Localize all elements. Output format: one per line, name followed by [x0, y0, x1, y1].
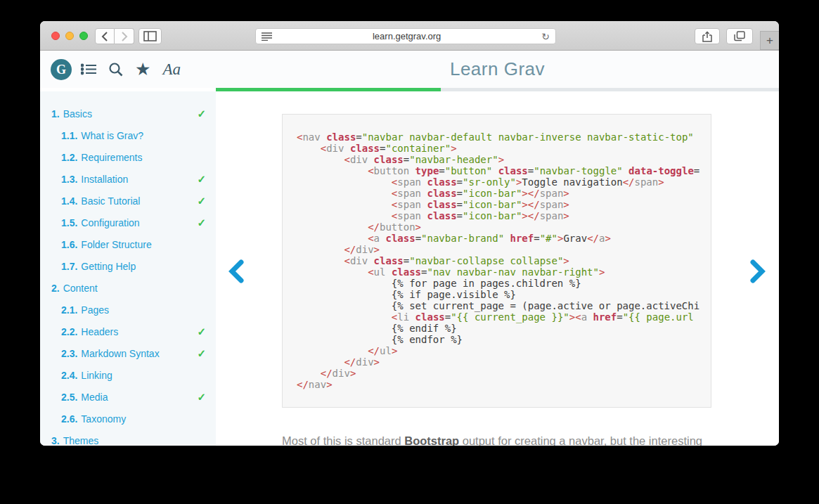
sidebar-item-number: 3. [51, 435, 60, 446]
sidebar-item-label: Themes [63, 435, 99, 446]
sidebar-item[interactable]: 2.1.Pages [40, 299, 216, 321]
sidebar-item[interactable]: 1.Basics✓ [40, 103, 216, 124]
sidebar-item[interactable]: 2.3.Markdown Syntax✓ [40, 342, 216, 364]
code-line: <a class="navbar-brand" href="#">Grav</a… [297, 233, 697, 244]
forward-button[interactable] [115, 28, 134, 44]
code-line: </div> [297, 368, 697, 379]
page-title: Learn Grav [216, 51, 779, 88]
sidebar-item-label: Content [63, 283, 98, 294]
sidebar-item-label: Media [81, 392, 108, 403]
history-nav-buttons [95, 28, 134, 44]
sidebar-nav-list: 1.Basics✓1.1.What is Grav?1.2.Requiremen… [40, 103, 216, 446]
sidebar-item[interactable]: 1.3.Installation✓ [40, 168, 216, 190]
font-settings-button[interactable]: Aa [162, 60, 181, 79]
code-line: <span class="icon-bar"></span> [297, 210, 697, 221]
code-line: <span class="sr-only">Toggle navigation<… [297, 176, 697, 188]
next-page-button[interactable] [748, 259, 768, 284]
site-header: G ★ Aa Learn Grav [40, 51, 779, 88]
code-line: <li class="{{ current_page }}"><a href="… [297, 311, 697, 323]
check-icon: ✓ [197, 195, 206, 207]
previous-page-button[interactable] [226, 259, 245, 284]
sidebar-item-label: Requirements [81, 152, 142, 163]
sidebar-item[interactable]: 1.7.Getting Help [40, 255, 216, 277]
url-bar[interactable]: learn.getgrav.org ↻ [255, 28, 556, 44]
code-line: {% set current_page = (page.active or pa… [297, 300, 697, 311]
code-line: </button> [297, 221, 697, 233]
tab-overview-button[interactable] [726, 28, 753, 44]
sidebar-item-label: Getting Help [81, 261, 136, 272]
sidebar-item-label: Basic Tutorial [81, 195, 140, 207]
reload-button[interactable]: ↻ [541, 32, 550, 41]
sidebar-item-label: Headers [81, 326, 118, 337]
code-line: <ul class="nav navbar-nav navbar-right"> [297, 266, 697, 278]
search-button[interactable] [108, 62, 123, 77]
sidebar-item-number: 1.4. [61, 195, 77, 207]
browser-titlebar: learn.getgrav.org ↻ + [40, 21, 779, 51]
sidebar-item-number: 1.5. [61, 217, 77, 228]
back-button[interactable] [95, 28, 115, 44]
sidebar-item-number: 2.6. [61, 413, 77, 425]
grav-logo[interactable]: G [51, 59, 72, 80]
chevron-right-icon [121, 32, 128, 41]
code-line: <nav class="navbar navbar-default navbar… [297, 131, 697, 143]
code-line: </ul> [297, 345, 697, 356]
sidebar-item-label: Configuration [81, 217, 139, 228]
browser-window: learn.getgrav.org ↻ + G ★ Aa Learn Grav [40, 21, 779, 446]
sidebar-item-number: 2. [51, 283, 60, 294]
share-button[interactable] [695, 28, 720, 44]
traffic-lights [51, 32, 88, 40]
table-of-contents-button[interactable] [81, 63, 96, 75]
code-line: </nav> [297, 379, 697, 390]
code-line: {% endif %} [297, 323, 697, 334]
share-icon [702, 31, 712, 42]
sidebar-item-number: 2.1. [61, 304, 77, 316]
check-icon: ✓ [197, 347, 206, 360]
sidebar-item[interactable]: 1.5.Configuration✓ [40, 212, 216, 233]
font-size-icon: Aa [162, 60, 181, 79]
bookmark-star-button[interactable]: ★ [135, 60, 150, 78]
bold-text: Bootstrap [404, 434, 459, 446]
body-paragraph: Most of this is standard Bootstrap outpu… [282, 432, 718, 446]
sidebar-toggle-button[interactable] [138, 28, 162, 44]
chevron-left-icon [228, 259, 244, 283]
new-tab-button[interactable]: + [760, 31, 779, 50]
sidebar-item-number: 1.6. [61, 239, 77, 250]
sidebar-item-number: 2.3. [61, 348, 77, 359]
sidebar-item[interactable]: 1.1.What is Grav? [40, 124, 216, 146]
code-line: </div> [297, 356, 697, 368]
star-icon: ★ [135, 60, 150, 78]
reader-mode-icon[interactable] [262, 32, 272, 41]
list-icon [81, 63, 96, 75]
sidebar-icon [143, 31, 157, 41]
sidebar-item-number: 1.3. [61, 174, 77, 185]
sidebar-item-number: 1.2. [61, 152, 77, 163]
sidebar-item[interactable]: 1.4.Basic Tutorial✓ [40, 190, 216, 212]
sidebar: 1.Basics✓1.1.What is Grav?1.2.Requiremen… [40, 91, 216, 446]
sidebar-item-label: Markdown Syntax [81, 348, 159, 359]
sidebar-item-number: 1. [51, 108, 60, 119]
sidebar-item[interactable]: 1.6.Folder Structure [40, 233, 216, 255]
sidebar-item-number: 2.4. [61, 370, 77, 381]
sidebar-item-label: Installation [81, 174, 128, 185]
sidebar-item[interactable]: 2.6.Taxonomy [40, 408, 216, 429]
sidebar-item[interactable]: 2.2.Headers✓ [40, 321, 216, 342]
close-window-button[interactable] [51, 32, 60, 40]
sidebar-item[interactable]: 2.5.Media✓ [40, 386, 216, 408]
check-icon: ✓ [197, 173, 206, 186]
sidebar-item[interactable]: 2.Content [40, 277, 216, 299]
sidebar-item[interactable]: 2.4.Linking [40, 364, 216, 386]
main-content: <nav class="navbar navbar-default navbar… [216, 91, 779, 446]
check-icon: ✓ [197, 391, 206, 403]
code-line: <span class="icon-bar"></span> [297, 199, 697, 210]
code-line: <div class="container"> [297, 143, 697, 154]
sidebar-item[interactable]: 3.Themes [40, 429, 216, 446]
page-body: 1.Basics✓1.1.What is Grav?1.2.Requiremen… [40, 91, 779, 446]
sidebar-item-label: Taxonomy [81, 413, 126, 425]
url-text[interactable]: learn.getgrav.org [272, 31, 541, 41]
code-line: <span class="icon-bar"></span> [297, 188, 697, 199]
tabs-icon [734, 31, 745, 41]
zoom-window-button[interactable] [79, 32, 88, 40]
minimize-window-button[interactable] [65, 32, 74, 40]
sidebar-item[interactable]: 1.2.Requirements [40, 146, 216, 168]
check-icon: ✓ [197, 108, 206, 120]
